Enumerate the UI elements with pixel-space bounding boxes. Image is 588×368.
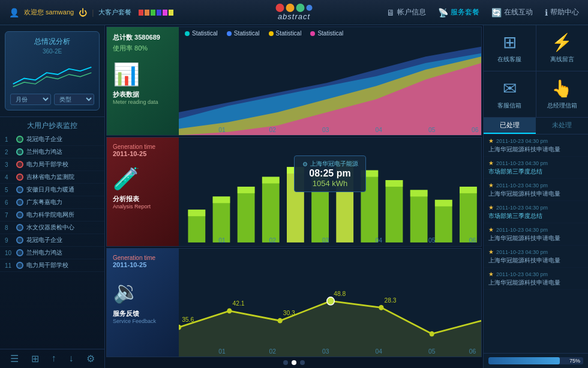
svg-rect-23 [213, 197, 230, 204]
notif-item-2[interactable]: ★ 2011-10-23 04:30 pm 市场部第三季度总结 [484, 157, 588, 179]
pagination-dot-1[interactable] [283, 360, 288, 365]
total-count: 总计数 3580689 [113, 33, 173, 42]
list-item[interactable]: 6 广东粤嘉电力 [0, 196, 104, 209]
list-item[interactable]: 10 兰州电力鸿达 [0, 247, 104, 259]
offline-msg-btn[interactable]: ⚡ 离线留言 [536, 25, 589, 71]
notif-item-7[interactable]: ★ 2011-10-23 04:30 pm 上海华冠能源科技申请电量 [484, 268, 588, 290]
manager-email-btn[interactable]: 👆 总经理信箱 [536, 71, 589, 117]
user-greeting: 欢迎您 samwang [24, 8, 74, 17]
svg-text:04: 04 [376, 126, 383, 133]
svg-text:02: 02 [269, 347, 277, 354]
logo-circles [276, 4, 313, 12]
nav-account[interactable]: 🖥 帐户信息 [386, 7, 426, 17]
star-icon: ★ [488, 204, 494, 211]
notif-text-6: 上海华冠能源科技申请电量 [488, 256, 583, 264]
svg-text:42.1: 42.1 [232, 299, 244, 306]
pagination-dot-3[interactable] [300, 360, 305, 365]
meter-title: 抄表数据 [113, 90, 173, 99]
tab-unprocessed[interactable]: 未处理 [536, 118, 588, 134]
svg-rect-32 [435, 200, 452, 207]
svg-point-51 [430, 331, 434, 336]
email-btn[interactable]: ✉ 客服信箱 [484, 71, 536, 117]
online-service-btn[interactable]: ⊞ 在线客服 [484, 25, 536, 71]
list-indicator [16, 211, 23, 219]
progress-bar: 75% [488, 357, 583, 364]
nav-interact[interactable]: 🔄 在线互动 [491, 7, 533, 17]
summary-subtitle: 360-2E [10, 48, 94, 55]
svg-point-43 [227, 308, 232, 313]
notif-text-3: 上海华冠能源科技申请电量 [488, 190, 583, 198]
svg-text:01: 01 [218, 126, 226, 133]
list-item[interactable]: 7 电力科学院电网所 [0, 209, 104, 222]
list-item[interactable]: 3 电力局干部学校 [0, 158, 104, 171]
svg-text:03: 03 [322, 126, 329, 133]
star-icon: ★ [488, 160, 494, 166]
tab-processed[interactable]: 已处理 [484, 118, 536, 134]
tooltip-title: ⚙ 上海华冠电子能源 [301, 160, 359, 168]
list-item[interactable]: 1 花冠电子企业 [0, 133, 104, 146]
area-chart-svg: 01 02 03 04 05 06 [179, 27, 481, 135]
grid-view-icon[interactable]: ⊞ [31, 353, 39, 364]
main-content: 总情况分析 360-2E 月份 类型 大用户抄表监控 1 花冠电子企业 [0, 25, 588, 368]
legend-dot-4 [310, 31, 315, 36]
legend-dot-2 [227, 31, 232, 36]
abstract-logo: abstract [276, 4, 313, 21]
notif-item-3[interactable]: ★ 2011-10-23 04:30 pm 上海华冠能源科技申请电量 [484, 179, 588, 201]
summary-controls: 月份 类型 [10, 94, 94, 105]
legend-dot-1 [185, 31, 190, 36]
nav-help[interactable]: ℹ 帮助中心 [545, 7, 579, 17]
notif-item-4[interactable]: ★ 2011-10-23 04:30 pm 市场部第三季度总结 [484, 201, 588, 223]
up-icon[interactable]: ↑ [52, 353, 56, 364]
list-item[interactable]: 4 吉林省电力监测院 [0, 171, 104, 184]
report-title: 分析报表 [113, 195, 173, 204]
notif-meta-6: ★ 2011-10-23 04:30 pm [488, 249, 583, 255]
svg-text:05: 05 [428, 126, 436, 133]
list-item[interactable]: 8 水文仪器质检中心 [0, 222, 104, 234]
svg-rect-31 [410, 190, 428, 197]
down-icon[interactable]: ↓ [69, 353, 74, 364]
nav-service[interactable]: 📡 服务套餐 [438, 7, 479, 17]
list-view-icon[interactable]: ☰ [10, 353, 19, 364]
month-select[interactable]: 月份 [10, 94, 51, 105]
feedback-title: 服务反馈 [113, 309, 173, 318]
list-item[interactable]: 11 电力局干部学校 [0, 259, 104, 272]
list-item[interactable]: 2 兰州电力鸿达 [0, 146, 104, 158]
line-chart: 35.6 42.1 30.3 48.8 28.3 01 02 03 04 [179, 249, 481, 357]
legend-item-4: Statistical [310, 30, 343, 37]
pagination [106, 358, 482, 367]
notif-text-7: 上海华冠能源科技申请电量 [488, 279, 583, 286]
svg-text:06: 06 [472, 126, 479, 133]
notif-text-4: 市场部第三季度总结 [488, 212, 583, 220]
legend-item-2: Statistical [227, 30, 260, 37]
chart-info-blue: Generation time 2011-10-25 🔉 服务反馈 Servic… [107, 249, 179, 357]
gen-time-label: Generation time [113, 143, 173, 150]
logo-text: abstract [278, 12, 310, 21]
tooltip-time: 08:25 pm [301, 168, 359, 179]
gear-icon: ⚙ [302, 161, 308, 167]
svg-rect-18 [386, 180, 403, 243]
notif-meta-1: ★ 2011-10-23 04:30 pm [488, 137, 583, 144]
svg-rect-24 [238, 187, 255, 193]
left-sidebar: 总情况分析 360-2E 月份 类型 大用户抄表监控 1 花冠电子企业 [0, 25, 105, 368]
list-item[interactable]: 5 安徽日月电力暖通 [0, 184, 104, 196]
nav-menu-dake[interactable]: 大客户套餐 [98, 8, 131, 17]
svg-text:35.6: 35.6 [182, 316, 194, 323]
pagination-dot-2[interactable] [292, 360, 296, 365]
notif-meta-3: ★ 2011-10-23 04:30 pm [488, 182, 583, 189]
power-icon[interactable]: ⏻ [79, 8, 87, 17]
mid-chart-panel: Generation time 2011-10-25 🧪 分析报表 Analys… [106, 137, 482, 246]
area-chart: Statistical Statistical Statistical Stat… [179, 27, 481, 135]
feedback-subtitle: Service Feedback [113, 318, 173, 324]
chart-legend: Statistical Statistical Statistical Stat… [185, 30, 343, 37]
settings-icon[interactable]: ⚙ [86, 353, 95, 364]
account-icon: 🖥 [386, 8, 395, 17]
feedback-icon: 🔉 [113, 279, 173, 304]
list-item[interactable]: 9 花冠电子企业 [0, 234, 104, 247]
notif-item-1[interactable]: ★ 2011-10-23 04:30 pm 上海华冠能源科技申请电量 [484, 134, 588, 157]
notif-item-5[interactable]: ★ 2011-10-23 04:30 pm 上海华冠能源科技申请电量 [484, 223, 588, 246]
type-select[interactable]: 类型 [54, 94, 95, 105]
svg-rect-12 [238, 187, 255, 243]
notif-item-6[interactable]: ★ 2011-10-23 04:30 pm 上海华冠能源科技申请电量 [484, 246, 588, 268]
notification-tabs: 已处理 未处理 [484, 118, 588, 134]
summary-card: 总情况分析 360-2E 月份 类型 [5, 31, 100, 110]
